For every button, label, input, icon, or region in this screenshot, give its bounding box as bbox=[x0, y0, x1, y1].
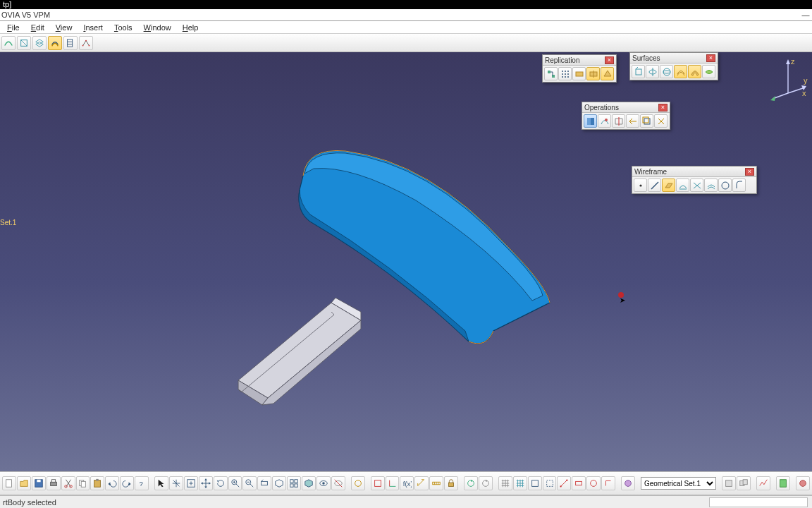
palette-replication[interactable]: Replication× bbox=[542, 54, 617, 83]
viewport-3d[interactable]: Set.1 Replication× bbox=[0, 52, 812, 471]
bt-grid1[interactable] bbox=[498, 476, 512, 490]
bt-shading[interactable] bbox=[302, 476, 316, 490]
minimize-button[interactable]: — bbox=[799, 11, 812, 20]
palette-operations[interactable]: Operations× bbox=[582, 102, 670, 130]
bt-copy[interactable] bbox=[76, 476, 90, 490]
close-icon[interactable]: × bbox=[658, 104, 668, 111]
bt-zoomin[interactable] bbox=[228, 476, 242, 490]
bt-redo[interactable] bbox=[120, 476, 134, 490]
surf-extrude[interactable] bbox=[632, 65, 645, 78]
bt-sketch[interactable] bbox=[371, 476, 385, 490]
tool-btn-5[interactable] bbox=[63, 36, 78, 50]
wire-plane[interactable] bbox=[662, 179, 675, 192]
bt-whatsthis-icon[interactable]: ? bbox=[135, 476, 149, 490]
close-icon[interactable]: × bbox=[706, 54, 715, 62]
bt-axis[interactable] bbox=[386, 476, 400, 490]
bt-swap[interactable] bbox=[331, 476, 345, 490]
tool-btn-6[interactable] bbox=[79, 36, 93, 50]
bt-hide[interactable] bbox=[316, 476, 331, 490]
geometrical-set-combo[interactable]: Geometrical Set.1 bbox=[641, 477, 716, 490]
bt-cut[interactable] bbox=[61, 476, 75, 490]
bt-measure2[interactable] bbox=[429, 476, 443, 490]
bt-analysis1[interactable] bbox=[756, 476, 770, 490]
menu-insert[interactable]: Insert bbox=[78, 23, 109, 32]
wire-parallel[interactable] bbox=[704, 179, 718, 192]
close-icon[interactable]: × bbox=[605, 56, 614, 64]
bt-formula[interactable]: f(x) bbox=[400, 476, 414, 490]
wire-point[interactable] bbox=[634, 179, 647, 192]
bt-multiview[interactable] bbox=[287, 476, 301, 490]
ops-trim[interactable] bbox=[626, 114, 639, 128]
bt-new[interactable] bbox=[2, 476, 16, 490]
replication-btn-3[interactable] bbox=[572, 67, 586, 80]
menu-window[interactable]: Window bbox=[138, 23, 177, 32]
bt-measure1[interactable] bbox=[414, 476, 429, 490]
bt-constr3[interactable] bbox=[586, 476, 601, 490]
bt-apply-material[interactable] bbox=[796, 476, 810, 490]
orientation-gizmo[interactable]: z y x bbox=[768, 58, 808, 103]
bt-grid2[interactable] bbox=[513, 476, 527, 490]
close-icon[interactable]: × bbox=[745, 168, 754, 176]
bt-snap2[interactable] bbox=[543, 476, 557, 490]
palette-surfaces[interactable]: Surfaces× bbox=[629, 52, 718, 80]
bt-undo[interactable] bbox=[105, 476, 119, 490]
bt-normalview[interactable] bbox=[257, 476, 271, 490]
bt-material[interactable] bbox=[621, 476, 635, 490]
bt-paste[interactable] bbox=[90, 476, 104, 490]
menu-file[interactable]: File bbox=[1, 23, 25, 32]
bt-save[interactable] bbox=[32, 476, 46, 490]
surf-fill[interactable] bbox=[702, 65, 715, 78]
bt-constr4[interactable] bbox=[601, 476, 615, 490]
bt-catalog[interactable] bbox=[776, 476, 790, 490]
bt-open[interactable] bbox=[17, 476, 31, 490]
bt-constr2[interactable] bbox=[572, 476, 586, 490]
tool-btn-3[interactable] bbox=[32, 36, 47, 50]
menu-view[interactable]: View bbox=[50, 23, 78, 32]
replication-btn-5[interactable] bbox=[601, 67, 614, 80]
replication-btn-2[interactable] bbox=[558, 67, 572, 80]
svg-rect-87 bbox=[295, 480, 297, 483]
bt-print[interactable] bbox=[47, 476, 61, 490]
ops-boundary[interactable] bbox=[640, 114, 653, 128]
wire-intersect[interactable] bbox=[690, 179, 703, 192]
bt-render[interactable] bbox=[351, 476, 365, 490]
palette-wireframe[interactable]: Wireframe× bbox=[632, 166, 757, 194]
replication-btn-1[interactable] bbox=[544, 67, 558, 80]
surf-offset[interactable] bbox=[674, 65, 687, 78]
bt-iso[interactable] bbox=[272, 476, 286, 490]
replication-btn-4[interactable] bbox=[586, 67, 600, 80]
surf-sphere[interactable] bbox=[660, 65, 673, 78]
tool-btn-2[interactable] bbox=[17, 36, 31, 50]
wire-corner[interactable] bbox=[732, 179, 746, 192]
bt-rotate[interactable] bbox=[214, 476, 228, 490]
menu-help[interactable]: Help bbox=[177, 23, 204, 32]
bt-manual-update[interactable] bbox=[479, 476, 493, 490]
bt-compass[interactable] bbox=[169, 476, 183, 490]
surf-sweep[interactable] bbox=[688, 65, 701, 78]
bt-zoomout[interactable] bbox=[242, 476, 257, 490]
bt-lock-icon[interactable] bbox=[444, 476, 458, 490]
menu-tools[interactable]: Tools bbox=[109, 23, 138, 32]
ops-join[interactable] bbox=[584, 114, 597, 128]
bt-pan[interactable] bbox=[199, 476, 213, 490]
tool-btn-1[interactable] bbox=[1, 36, 16, 50]
menu-edit[interactable]: Edit bbox=[25, 23, 50, 32]
title-text: tp] bbox=[3, 0, 11, 8]
ops-split[interactable] bbox=[612, 114, 625, 128]
bt-select[interactable] bbox=[154, 476, 168, 490]
svg-marker-72 bbox=[204, 486, 207, 488]
wire-line[interactable] bbox=[648, 179, 661, 192]
wire-project[interactable] bbox=[676, 179, 689, 192]
bt-snap1[interactable] bbox=[528, 476, 542, 490]
bt-constr1[interactable] bbox=[557, 476, 571, 490]
bt-body1[interactable] bbox=[722, 476, 736, 490]
ops-heal[interactable] bbox=[598, 114, 611, 128]
bt-fitall[interactable] bbox=[184, 476, 198, 490]
ops-extract[interactable] bbox=[654, 114, 668, 128]
bt-body2[interactable] bbox=[737, 476, 751, 490]
tool-btn-4-active[interactable] bbox=[48, 36, 62, 50]
bt-update[interactable] bbox=[464, 476, 478, 490]
surf-revolve[interactable] bbox=[646, 65, 659, 78]
svg-line-77 bbox=[235, 484, 238, 487]
wire-circle[interactable] bbox=[718, 179, 732, 192]
